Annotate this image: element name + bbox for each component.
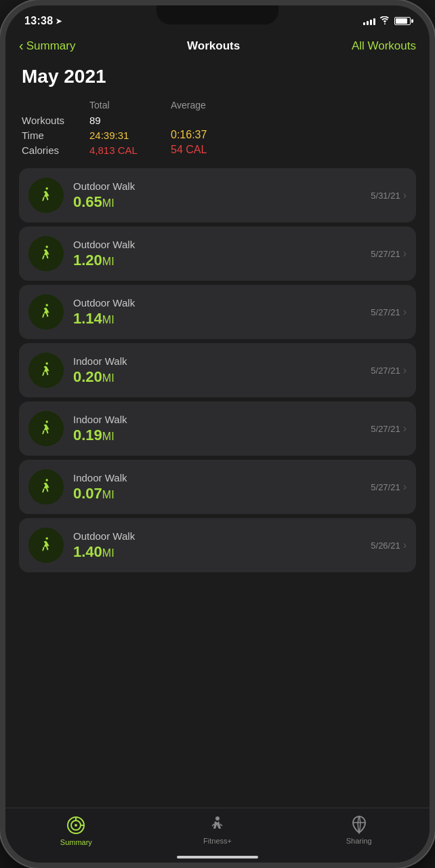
back-chevron-icon: ‹ [19,38,24,54]
walk-icon [37,302,56,321]
workout-type: Outdoor Walk [73,180,361,192]
svg-point-10 [75,824,77,827]
workout-distance: 1.14MI [73,310,361,328]
chevron-icon: › [403,364,407,376]
workout-info: Outdoor Walk 1.40MI [73,530,361,561]
workout-icon-bg [28,411,64,446]
workout-item-2[interactable]: Outdoor Walk 1.20MI 5/27/21 › [19,226,416,281]
workout-info: Outdoor Walk 1.14MI [73,297,361,328]
walk-icon [37,419,56,438]
workout-date: 5/26/21 › [371,539,407,551]
walk-icon [37,186,56,205]
calories-label: Calories [22,144,89,156]
sharing-tab-icon [350,815,369,834]
chevron-icon: › [403,306,407,318]
workout-date: 5/27/21 › [371,248,407,260]
workout-icon-bg [28,528,64,563]
status-icons [363,16,411,26]
stats-header: Total Average [89,100,416,111]
workout-date: 5/27/21 › [371,306,407,318]
total-col-label: Total [89,100,171,111]
battery-icon [394,17,411,25]
status-time: 13:38 [24,15,53,27]
summary-tab-icon [66,815,86,835]
workout-item-4[interactable]: Indoor Walk 0.20MI 5/27/21 › [19,343,416,397]
tab-fitness[interactable]: Fitness+ [147,815,289,846]
workout-date: 5/31/21 › [371,189,407,201]
time-avg: 0:16:37 [171,129,207,141]
workout-distance: 0.65MI [73,193,361,211]
workout-distance: 1.20MI [73,252,361,269]
workout-info: Indoor Walk 0.07MI [73,472,361,502]
chevron-icon: › [403,189,407,201]
location-icon: ➤ [56,17,62,26]
chevron-icon: › [403,481,407,493]
workout-icon-bg [28,469,64,505]
stats-table: Total Average Workouts 89 Time 24:39:31 … [19,100,416,156]
svg-point-13 [215,816,220,821]
workout-type: Outdoor Walk [73,239,361,250]
back-button[interactable]: ‹ Summary [19,38,75,54]
workout-item-6[interactable]: Indoor Walk 0.07MI 5/27/21 › [19,460,416,514]
calories-total: 4,813 CAL [89,144,171,156]
workout-list: Outdoor Walk 0.65MI 5/31/21 › [19,168,416,572]
home-indicator [177,856,258,859]
workout-item-7[interactable]: Outdoor Walk 1.40MI 5/26/21 › [19,518,416,572]
tab-summary[interactable]: Summary [5,815,147,846]
tab-fitness-label: Fitness+ [203,837,232,845]
workout-icon-bg [28,178,64,213]
workout-item-1[interactable]: Outdoor Walk 0.65MI 5/31/21 › [19,168,416,222]
avg-col-label: Average [171,100,252,111]
workout-date: 5/27/21 › [371,481,407,493]
svg-point-2 [45,245,48,248]
tab-sharing[interactable]: Sharing [288,815,430,846]
chevron-icon: › [403,539,407,551]
workouts-label: Workouts [22,115,89,126]
workout-info: Indoor Walk 0.20MI [73,355,361,386]
content-area: May 2021 Total Average Workouts 89 Time … [5,60,430,792]
chevron-icon: › [403,248,407,260]
workout-info: Outdoor Walk 0.65MI [73,180,361,211]
calories-stat-row: Calories 4,813 CAL 54 CAL [22,144,416,156]
page-title: Workouts [187,39,240,53]
workout-type: Indoor Walk [73,414,361,425]
time-total: 24:39:31 [89,130,171,141]
svg-point-1 [45,187,48,190]
workout-type: Indoor Walk [73,355,361,367]
time-label: Time [22,130,89,141]
tab-summary-label: Summary [60,838,92,846]
wifi-icon [379,16,390,26]
nav-bar: ‹ Summary Workouts All Workouts [5,33,430,60]
workout-item-5[interactable]: Indoor Walk 0.19MI 5/27/21 › [19,401,416,456]
calories-avg: 54 CAL [171,144,207,156]
workout-date: 5/27/21 › [371,422,407,435]
workouts-stat-row: Workouts 89 [22,115,416,126]
svg-point-7 [45,537,48,540]
workouts-total: 89 [89,115,171,126]
workout-icon-bg [28,294,64,330]
workout-distance: 0.07MI [73,485,361,502]
status-bar: 13:38 ➤ [5,5,430,33]
svg-point-4 [45,362,48,365]
walk-icon [37,361,56,380]
workout-item-3[interactable]: Outdoor Walk 1.14MI 5/27/21 › [19,285,416,339]
svg-point-6 [45,479,48,481]
back-label: Summary [26,39,76,53]
svg-point-5 [45,420,48,423]
walk-icon [37,536,56,555]
workout-distance: 1.40MI [73,543,361,561]
all-workouts-button[interactable]: All Workouts [352,39,416,53]
workout-icon-bg [28,353,64,388]
time-stat-row: Time 24:39:31 0:16:37 [22,129,416,141]
workout-date: 5/27/21 › [371,364,407,376]
chevron-icon: › [403,422,407,435]
walk-icon [37,477,56,496]
tab-sharing-label: Sharing [346,837,372,845]
workout-distance: 0.20MI [73,368,361,386]
workout-icon-bg [28,236,64,271]
signal-bars [363,17,375,25]
tab-bar: Summary Fitness+ Sharing [5,808,430,863]
workout-info: Indoor Walk 0.19MI [73,414,361,444]
svg-point-3 [45,304,48,307]
workout-type: Indoor Walk [73,472,361,484]
